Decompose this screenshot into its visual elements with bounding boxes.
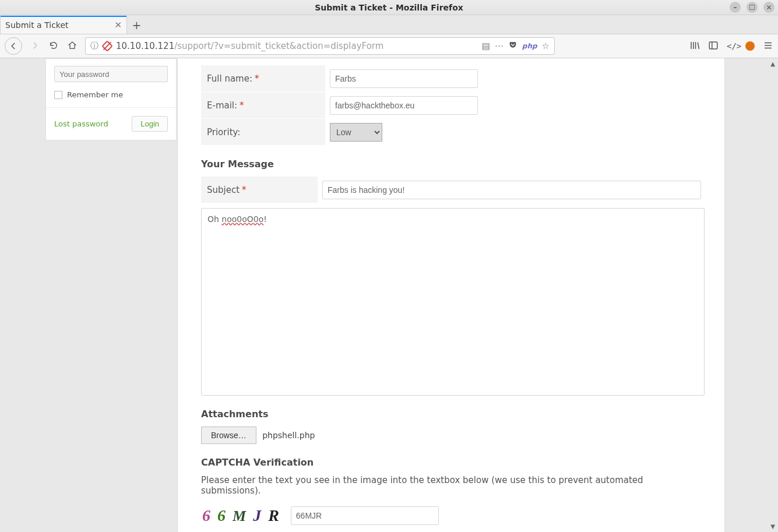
- fullname-input[interactable]: [330, 69, 478, 88]
- home-icon: [68, 41, 77, 50]
- lost-password-link[interactable]: Lost password: [54, 119, 108, 128]
- attachment-filename: phpshell.php: [262, 431, 315, 440]
- email-row: E-mail:*: [201, 92, 701, 119]
- remember-me-label: Remember me: [67, 90, 123, 99]
- insecure-icon: [103, 42, 111, 50]
- message-body-input[interactable]: Oh noo0oO0o!: [201, 208, 705, 396]
- nav-back-button[interactable]: [5, 37, 22, 55]
- window-minimize-button[interactable]: –: [730, 2, 741, 13]
- reload-icon: [49, 41, 58, 50]
- priority-label: Priority:: [207, 127, 240, 138]
- window-close-button[interactable]: ✕: [763, 2, 775, 13]
- message-heading: Your Message: [201, 158, 701, 170]
- browse-button[interactable]: Browse…: [201, 427, 256, 444]
- captcha-row: 6 6 M J R: [201, 505, 701, 526]
- required-marker: *: [255, 73, 259, 84]
- subject-row: Subject *: [201, 177, 701, 203]
- priority-select[interactable]: Low: [330, 123, 382, 142]
- url-host: 10.10.10.121: [116, 41, 174, 51]
- captcha-image: 6 6 M J R: [201, 505, 280, 526]
- site-info-icon[interactable]: ⓘ: [90, 41, 98, 51]
- reload-button[interactable]: [48, 41, 59, 52]
- url-bar[interactable]: ⓘ 10.10.10.121/support/?v=submit_ticket&…: [85, 37, 555, 55]
- tab-close-icon[interactable]: ✕: [114, 20, 122, 30]
- email-label: E-mail:: [207, 100, 237, 111]
- required-marker: *: [242, 185, 247, 195]
- hamburger-menu-icon[interactable]: [763, 40, 773, 52]
- browser-toolbar: ⓘ 10.10.10.121/support/?v=submit_ticket&…: [0, 34, 778, 58]
- sidebar-icon[interactable]: [708, 40, 719, 52]
- remember-me-checkbox[interactable]: Remember me: [54, 90, 168, 99]
- arrow-left-icon: [9, 42, 17, 50]
- home-button[interactable]: [66, 41, 78, 52]
- captcha-heading: CAPTCHA Verification: [201, 457, 701, 468]
- attachment-row: Browse… phpshell.php: [201, 427, 701, 444]
- captcha-help-text: Please enter the text you see in the ima…: [201, 475, 701, 496]
- bookmark-star-icon[interactable]: ☆: [542, 41, 550, 51]
- page-viewport: ▲ ▼ Remember me Lost password Login Full…: [0, 58, 778, 532]
- browser-tab[interactable]: Submit a Ticket ✕: [0, 16, 127, 34]
- page-actions-icon[interactable]: ⋯: [495, 41, 504, 51]
- tab-accent: [1, 16, 126, 17]
- fullname-label: Full name:: [207, 73, 252, 84]
- email-input[interactable]: [330, 96, 478, 115]
- new-tab-button[interactable]: +: [127, 16, 146, 34]
- window-titlebar: Submit a Ticket - Mozilla Firefox – ☐ ✕: [0, 0, 778, 15]
- tab-title: Submit a Ticket: [5, 20, 69, 30]
- login-button[interactable]: Login: [132, 116, 168, 132]
- captcha-input[interactable]: [291, 506, 439, 525]
- subject-label: Subject: [207, 185, 240, 195]
- login-widget: Remember me Lost password Login: [45, 58, 177, 140]
- checkbox-icon: [54, 91, 62, 99]
- password-input[interactable]: [54, 66, 168, 82]
- library-icon[interactable]: [689, 40, 700, 52]
- devtools-icon[interactable]: </>: [727, 41, 737, 51]
- svg-rect-0: [709, 42, 717, 49]
- tab-strip: Submit a Ticket ✕ +: [0, 15, 778, 34]
- url-path: /support/?v=submit_ticket&action=display…: [174, 41, 383, 51]
- arrow-right-icon: [31, 41, 39, 50]
- reader-mode-icon[interactable]: ▤: [482, 41, 490, 51]
- pocket-icon[interactable]: [508, 40, 518, 52]
- nav-forward-button: [29, 41, 41, 51]
- fullname-row: Full name:*: [201, 65, 701, 92]
- extension-icon[interactable]: [745, 41, 755, 51]
- attachments-heading: Attachments: [201, 408, 701, 420]
- ticket-form: Full name:* E-mail:* Priority: Low Your …: [177, 58, 725, 532]
- priority-row: Priority: Low: [201, 119, 701, 146]
- php-badge: php: [522, 42, 537, 50]
- subject-input[interactable]: [322, 181, 701, 199]
- url-text: 10.10.10.121/support/?v=submit_ticket&ac…: [116, 41, 477, 51]
- window-maximize-button[interactable]: ☐: [747, 2, 758, 13]
- required-marker: *: [240, 100, 244, 111]
- window-title: Submit a Ticket - Mozilla Firefox: [315, 3, 463, 12]
